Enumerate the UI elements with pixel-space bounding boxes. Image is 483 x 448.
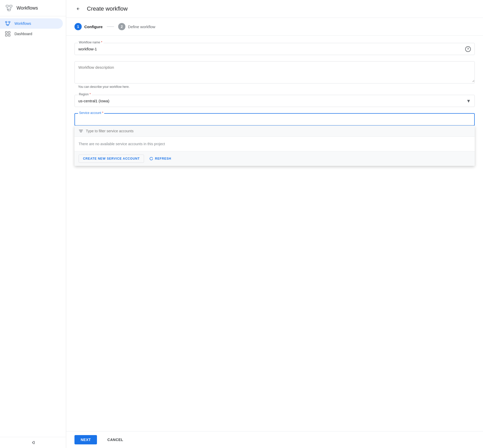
dropdown-filter-row [74, 126, 475, 137]
sidebar-item-dashboard-label: Dashboard [14, 32, 32, 36]
svg-rect-16 [5, 34, 7, 36]
dropdown-empty-message: There are no available service accounts … [74, 137, 475, 151]
region-label: Region [78, 92, 92, 96]
svg-rect-17 [8, 34, 10, 36]
create-service-account-button[interactable]: CREATE NEW SERVICE ACCOUNT [79, 155, 144, 163]
service-account-section: Service account There are no available s… [74, 113, 475, 126]
step-2: 2 Define workflow [118, 23, 155, 30]
workflow-name-field: Workflow name ? [74, 43, 475, 55]
region-wrapper: Region us-central1 (Iowa) us-east1 (Sout… [74, 95, 475, 107]
sidebar: Workflows Workflows [0, 0, 66, 448]
sidebar-nav: Workflows Dashboard [0, 16, 66, 437]
step-2-circle: 2 [118, 23, 125, 30]
dashboard-nav-icon [5, 31, 10, 36]
filter-icon [79, 129, 83, 133]
svg-line-13 [9, 24, 9, 25]
refresh-label: REFRESH [155, 157, 171, 160]
step-1-circle: 1 [74, 23, 82, 30]
app-title: Workflows [17, 5, 38, 11]
filter-input[interactable] [86, 129, 471, 133]
form-area: Workflow name ? You can describe your wo… [66, 36, 483, 431]
region-select-wrapper: us-central1 (Iowa) us-east1 (South Carol… [75, 95, 474, 107]
svg-rect-8 [9, 21, 10, 22]
service-account-input[interactable] [75, 114, 474, 125]
svg-rect-14 [5, 32, 7, 33]
sidebar-item-workflows-label: Workflows [14, 21, 31, 26]
workflow-name-wrapper: Workflow name ? [74, 43, 475, 55]
service-account-dropdown: There are no available service accounts … [74, 126, 475, 166]
svg-rect-1 [10, 5, 12, 7]
sidebar-header: Workflows [0, 0, 66, 16]
refresh-icon [149, 157, 153, 161]
sidebar-item-workflows[interactable]: Workflows [0, 18, 63, 29]
back-arrow-icon [76, 6, 81, 11]
svg-rect-0 [6, 5, 9, 7]
next-button[interactable]: NEXT [74, 435, 97, 444]
collapse-icon [31, 440, 35, 445]
main-content: Create workflow 1 Configure 2 Define wor… [66, 0, 483, 448]
svg-rect-7 [5, 21, 7, 22]
bottom-bar: NEXT CANCEL [66, 431, 483, 448]
service-account-label: Service account [78, 111, 104, 115]
service-account-field: Service account [74, 113, 475, 126]
refresh-button[interactable]: REFRESH [146, 155, 174, 163]
step-1: 1 Configure [74, 23, 103, 30]
svg-line-6 [10, 9, 11, 10]
stepper: 1 Configure 2 Define workflow [66, 18, 483, 36]
step-divider [107, 26, 114, 27]
workflow-description-field: You can describe your workflow here. [74, 61, 475, 89]
dropdown-actions: CREATE NEW SERVICE ACCOUNT REFRESH [74, 151, 475, 166]
svg-rect-15 [8, 32, 10, 33]
workflow-description-wrapper [74, 61, 475, 83]
workflow-name-input[interactable] [75, 43, 474, 55]
cancel-button[interactable]: CANCEL [101, 435, 129, 444]
region-select[interactable]: us-central1 (Iowa) us-east1 (South Carol… [75, 95, 474, 107]
workflow-description-input[interactable] [75, 61, 474, 82]
workflow-description-hint: You can describe your workflow here. [74, 85, 475, 89]
workflow-name-label: Workflow name [78, 41, 103, 44]
workflow-name-help-icon[interactable]: ? [465, 46, 471, 52]
top-bar: Create workflow [66, 0, 483, 18]
step-1-label: Configure [84, 25, 103, 29]
workflows-logo-icon [5, 4, 13, 12]
region-field: Region us-central1 (Iowa) us-east1 (Sout… [74, 95, 475, 107]
page-title: Create workflow [87, 5, 128, 12]
workflows-nav-icon [5, 21, 10, 26]
back-button[interactable] [73, 4, 83, 13]
sidebar-item-dashboard[interactable]: Dashboard [0, 29, 63, 39]
step-2-label: Define workflow [128, 25, 155, 29]
sidebar-collapse-button[interactable] [0, 437, 66, 448]
